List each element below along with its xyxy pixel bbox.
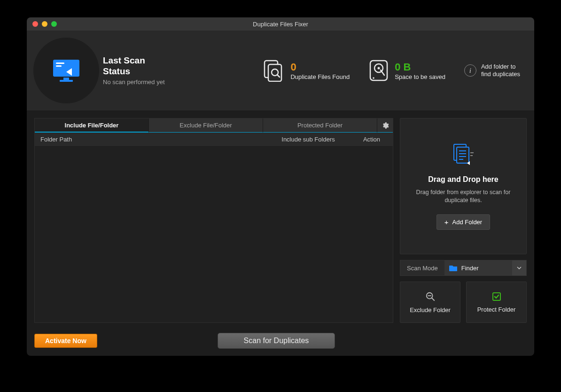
- main-body: Include File/Folder Exclude File/Folder …: [27, 110, 534, 330]
- svg-point-11: [378, 67, 380, 70]
- status-subtitle: No scan performed yet: [103, 78, 165, 86]
- svg-rect-4: [56, 65, 62, 67]
- window-title: Duplicate Files Fixer: [27, 21, 534, 28]
- svg-rect-0: [53, 60, 79, 77]
- status-title-1: Last Scan: [103, 55, 145, 65]
- svg-rect-2: [60, 80, 73, 82]
- settings-button[interactable]: [377, 118, 393, 133]
- close-icon[interactable]: [32, 21, 38, 27]
- monitor-icon: [52, 59, 80, 82]
- header: Last Scan Status No scan performed yet 0…: [27, 31, 534, 110]
- duplicate-files-metric: 0 Duplicate Files Found: [263, 59, 350, 82]
- tab-protected[interactable]: Protected Folder: [263, 118, 377, 133]
- protect-folder-button[interactable]: Protect Folder: [466, 282, 527, 323]
- info-icon[interactable]: i: [464, 64, 476, 77]
- svg-rect-3: [56, 63, 64, 64]
- window-controls: [32, 21, 57, 27]
- scan-button[interactable]: Scan for Duplicates: [218, 333, 335, 349]
- last-scan-status: Last Scan Status No scan performed yet: [103, 55, 165, 86]
- info-tip: i Add folder to find duplicates: [464, 63, 520, 78]
- duplicate-files-icon: [263, 59, 285, 82]
- app-logo: [33, 38, 99, 103]
- action-buttons: Exclude Folder Protect Folder: [400, 282, 527, 323]
- exclude-folder-button[interactable]: Exclude Folder: [400, 282, 460, 323]
- info-line1: Add folder to: [481, 63, 516, 70]
- col-folder-path: Folder Path: [35, 136, 266, 143]
- status-title-2: Status: [103, 66, 130, 76]
- minimize-icon[interactable]: [42, 21, 47, 27]
- scan-mode-value: Finder: [461, 265, 479, 272]
- drop-title: Drag and Drop here: [428, 175, 498, 184]
- drop-zone[interactable]: Drag and Drop here Drag folder from expl…: [400, 118, 527, 254]
- titlebar: Duplicate Files Fixer: [27, 17, 534, 31]
- documents-icon: [450, 142, 476, 166]
- tab-exclude[interactable]: Exclude File/Folder: [148, 118, 263, 133]
- app-window: Duplicate Files Fixer Last Scan Status N…: [27, 17, 534, 356]
- drop-subtitle: Drag folder from explorer to scan for du…: [409, 188, 518, 204]
- gear-icon: [382, 122, 389, 129]
- space-saved-metric: 0 B Space to be saved: [368, 59, 445, 82]
- add-folder-label: Add Folder: [452, 219, 483, 226]
- protect-label: Protect Folder: [477, 306, 516, 313]
- tab-bar: Include File/Folder Exclude File/Folder …: [35, 118, 393, 133]
- disk-icon: [368, 59, 389, 82]
- svg-line-24: [431, 298, 434, 300]
- fullscreen-icon[interactable]: [51, 21, 57, 27]
- svg-rect-1: [63, 78, 69, 80]
- col-action: Action: [351, 136, 393, 143]
- folder-icon: [449, 265, 458, 271]
- info-line2: find duplicates: [481, 71, 520, 78]
- chevron-down-icon: [517, 267, 522, 269]
- side-panel: Drag and Drop here Drag folder from expl…: [400, 118, 527, 323]
- folder-list[interactable]: [35, 147, 393, 322]
- column-headers: Folder Path Include sub Folders Action: [35, 133, 393, 147]
- space-label: Space to be saved: [395, 73, 445, 80]
- duplicates-label: Duplicate Files Found: [290, 73, 350, 80]
- col-include-sub: Include sub Folders: [266, 136, 351, 143]
- exclude-label: Exclude Folder: [410, 306, 451, 314]
- scan-mode-chevron[interactable]: [512, 260, 526, 275]
- duplicates-value: 0: [290, 61, 350, 73]
- exclude-icon: [425, 291, 436, 302]
- svg-rect-6: [268, 64, 281, 81]
- svg-rect-15: [457, 147, 469, 163]
- scan-mode-label: Scan Mode: [400, 265, 444, 272]
- activate-button[interactable]: Activate Now: [34, 334, 97, 348]
- svg-point-13: [373, 77, 374, 79]
- add-folder-button[interactable]: + Add Folder: [436, 214, 490, 230]
- tab-include[interactable]: Include File/Folder: [35, 118, 148, 133]
- space-value: 0 B: [395, 61, 445, 73]
- footer: Activate Now Scan for Duplicates: [27, 330, 534, 356]
- protect-icon: [492, 292, 501, 301]
- folder-list-panel: Include File/Folder Exclude File/Folder …: [34, 118, 393, 323]
- scan-mode-select[interactable]: Finder: [444, 260, 512, 275]
- scan-mode-row: Scan Mode Finder: [400, 260, 527, 276]
- plus-icon: +: [444, 218, 449, 226]
